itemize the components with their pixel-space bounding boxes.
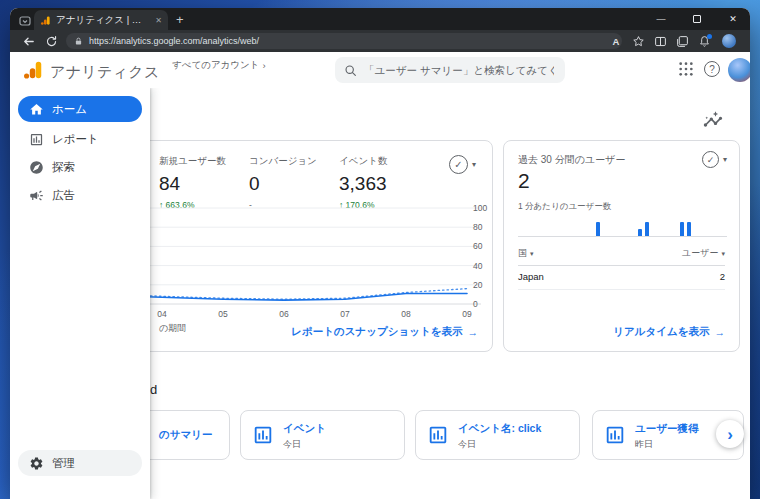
table-divider	[518, 289, 725, 290]
y-tick: 100	[473, 203, 497, 213]
user-avatar[interactable]	[728, 58, 750, 82]
table-divider	[518, 265, 725, 266]
suggestion-label: のサマリー	[159, 428, 212, 442]
metric-selector[interactable]: ✓ ▾	[449, 155, 476, 174]
metric-events: イベント数 3,363 ↑ 170.6%	[339, 155, 387, 210]
date-range-caption: の期間	[159, 322, 186, 335]
insights-button[interactable]	[703, 110, 723, 134]
help-button[interactable]: ?	[704, 61, 720, 77]
sidebar-item-home[interactable]: ホーム	[18, 96, 142, 122]
tab-close-button[interactable]: ✕	[155, 16, 162, 25]
next-cards-button[interactable]: ›	[716, 420, 744, 448]
ga-header: アナリティクス すべてのアカウント › ?	[10, 52, 750, 88]
browser-window: アナリティクス | ホーム ✕ + — ✕ https://analytics.…	[10, 8, 750, 499]
back-button[interactable]	[20, 34, 36, 48]
x-tick: 06	[274, 309, 294, 319]
users-cell: 2	[720, 271, 725, 282]
x-tick: 09	[457, 309, 477, 319]
insights-icon	[703, 110, 723, 130]
read-aloud-icon: A	[613, 36, 620, 47]
country-cell: Japan	[518, 271, 544, 282]
maximize-icon	[693, 15, 701, 23]
tab-actions-icon[interactable]	[19, 13, 31, 31]
sort-caret-icon: ▾	[530, 250, 534, 258]
x-tick: 07	[335, 309, 355, 319]
x-tick: 05	[213, 309, 233, 319]
address-bar[interactable]: https://analytics.google.com/analytics/w…	[66, 33, 622, 49]
metric-value: 0	[249, 173, 317, 195]
x-tick: 08	[396, 309, 416, 319]
metric-label: 新規ユーザー数	[159, 155, 226, 168]
collections-button[interactable]	[674, 34, 690, 48]
arrow-right-icon: →	[715, 326, 726, 338]
chevron-right-icon: ›	[727, 426, 733, 443]
desktop-wallpaper: アナリティクス | ホーム ✕ + — ✕ https://analytics.…	[0, 0, 760, 499]
suggestion-label: イベント名: click	[458, 422, 541, 436]
sidebar-item-label: ホーム	[52, 102, 87, 117]
caret-down-icon: ▾	[723, 155, 727, 164]
y-tick: 20	[473, 280, 497, 290]
tab-title: アナリティクス | ホーム	[56, 14, 150, 27]
country-header[interactable]: 国▾	[518, 247, 534, 260]
minimize-button[interactable]: —	[644, 8, 678, 30]
y-tick: 80	[473, 222, 497, 232]
suggestion-sub: 今日	[458, 438, 476, 451]
product-name: アナリティクス	[50, 63, 160, 82]
search-bar[interactable]	[335, 57, 565, 83]
sidebar-item-label: 管理	[52, 456, 75, 471]
metric-value: 84	[159, 173, 226, 195]
realtime-selector[interactable]: ✓ ▾	[702, 151, 727, 168]
maximize-button[interactable]	[680, 8, 714, 30]
split-screen-button[interactable]	[652, 34, 668, 48]
snapshot-link-label: レポートのスナップショットを表示	[291, 325, 462, 339]
close-button[interactable]: ✕	[716, 8, 750, 30]
metric-value: 3,363	[339, 173, 387, 195]
star-icon	[632, 35, 645, 48]
suggestion-label: ユーザー獲得	[635, 422, 699, 436]
snapshot-link[interactable]: レポートのスナップショットを表示 →	[291, 325, 478, 339]
realtime-link[interactable]: リアルタイムを表示 →	[613, 325, 725, 339]
users-header[interactable]: ユーザー▾	[682, 247, 725, 260]
sidebar-item-admin[interactable]: 管理	[18, 450, 142, 476]
reports-icon	[28, 131, 44, 147]
metric-label: コンバージョン	[249, 155, 317, 168]
suggestion-sub: 今日	[283, 438, 301, 451]
realtime-title: 過去 30 分間のユーザー	[518, 153, 625, 167]
refresh-button[interactable]	[43, 34, 59, 48]
account-selector[interactable]: すべてのアカウント ›	[172, 59, 266, 72]
chart-card-icon	[252, 424, 274, 450]
sidebar-item-label: レポート	[52, 132, 99, 147]
y-tick: 0	[473, 299, 497, 309]
sidebar-item-reports[interactable]: レポート	[18, 126, 142, 152]
y-tick: 40	[473, 261, 497, 271]
split-screen-icon	[654, 35, 667, 48]
notification-badge	[707, 34, 712, 39]
browser-tab[interactable]: アナリティクス | ホーム ✕	[34, 10, 168, 30]
metric-new-users: 新規ユーザー数 84 ↑ 663.6%	[159, 155, 226, 210]
sidebar: ホーム レポート 探索 広告	[10, 88, 150, 499]
apps-grid-button[interactable]	[678, 61, 694, 81]
ga-favicon-icon	[40, 15, 51, 26]
favorite-button[interactable]	[630, 34, 646, 48]
sidebar-item-advertising[interactable]: 広告	[18, 182, 142, 208]
sidebar-item-explore[interactable]: 探索	[18, 154, 142, 180]
lock-icon	[74, 37, 83, 46]
search-input[interactable]	[364, 64, 554, 76]
x-tick: 04	[152, 309, 172, 319]
y-tick: 60	[473, 241, 497, 251]
suggestion-card[interactable]: イベント 今日	[240, 410, 405, 460]
suggestion-card[interactable]: イベント名: click 今日	[415, 410, 580, 460]
notifications-button[interactable]	[696, 34, 712, 48]
read-aloud-button[interactable]: A	[608, 34, 624, 48]
chart-card-icon	[604, 424, 626, 450]
sidebar-item-label: 探索	[52, 160, 75, 175]
suggestion-label: イベント	[283, 422, 326, 436]
browser-profile-avatar[interactable]	[722, 34, 736, 48]
new-tab-button[interactable]: +	[176, 11, 184, 29]
check-circle-icon: ✓	[449, 155, 468, 174]
realtime-value: 2	[518, 169, 530, 193]
realtime-link-label: リアルタイムを表示	[613, 325, 709, 339]
metric-label: イベント数	[339, 155, 387, 168]
megaphone-icon	[28, 187, 44, 203]
search-icon	[344, 64, 357, 77]
